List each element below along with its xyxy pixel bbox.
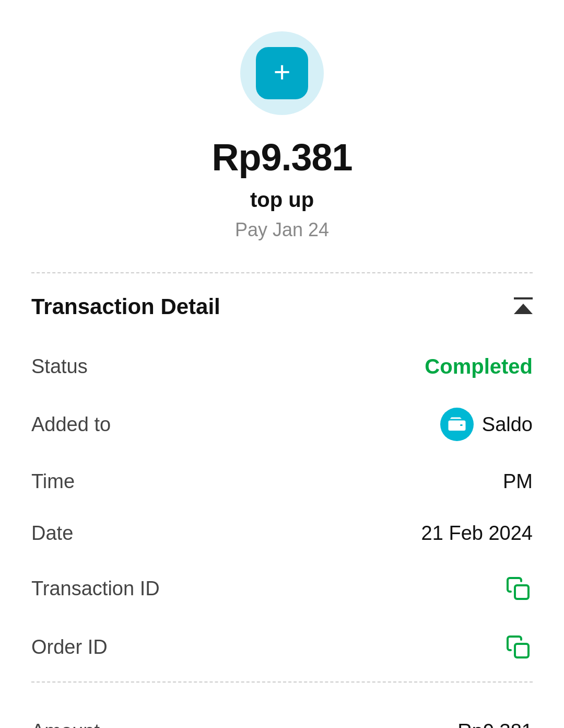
transaction-id-row: Transaction ID — [31, 559, 533, 618]
detail-header: Transaction Detail — [31, 294, 533, 319]
wallet-icon-circle — [440, 408, 474, 441]
copy-order-id-icon — [506, 634, 531, 660]
amount-row: Amount Rp9.381 — [31, 703, 533, 728]
wallet-icon — [448, 415, 466, 434]
collapse-button[interactable] — [514, 297, 533, 316]
detail-title: Transaction Detail — [31, 294, 220, 319]
amount-label: Amount — [31, 720, 100, 728]
order-id-row: Order ID — [31, 618, 533, 676]
collapse-bar — [514, 297, 533, 299]
top-divider — [31, 272, 533, 273]
added-to-row: Added to Saldo — [31, 393, 533, 456]
time-label: Time — [31, 470, 75, 493]
date-label: Date — [31, 522, 73, 545]
transaction-detail-section: Transaction Detail Status Completed Adde… — [31, 294, 533, 728]
amount-value: Rp9.381 — [457, 720, 533, 728]
added-to-value: Saldo — [440, 408, 533, 441]
added-to-label: Added to — [31, 413, 111, 436]
svg-rect-0 — [515, 585, 528, 599]
page-container: + Rp9.381 top up Pay Jan 24 Transaction … — [0, 0, 564, 728]
plus-icon-button[interactable]: + — [256, 47, 308, 99]
chevron-up-icon — [514, 304, 533, 314]
copy-order-id-button[interactable] — [503, 632, 533, 662]
icon-outer-circle: + — [240, 31, 324, 115]
plus-icon: + — [274, 57, 291, 87]
date-row: Date 21 Feb 2024 — [31, 507, 533, 559]
transaction-id-label: Transaction ID — [31, 577, 160, 600]
copy-transaction-id-icon — [506, 576, 531, 601]
status-label: Status — [31, 355, 88, 378]
date-value: 21 Feb 2024 — [421, 522, 533, 545]
added-to-text: Saldo — [482, 413, 533, 436]
transaction-amount: Rp9.381 — [212, 136, 352, 179]
order-id-label: Order ID — [31, 636, 108, 658]
svg-rect-1 — [515, 644, 528, 657]
transaction-type: top up — [250, 188, 314, 212]
time-value: PM — [503, 470, 533, 493]
time-row: Time PM — [31, 456, 533, 507]
copy-transaction-id-button[interactable] — [503, 574, 533, 603]
middle-divider — [31, 681, 533, 683]
status-value: Completed — [425, 355, 533, 378]
transaction-date: Pay Jan 24 — [235, 219, 329, 241]
status-row: Status Completed — [31, 340, 533, 393]
